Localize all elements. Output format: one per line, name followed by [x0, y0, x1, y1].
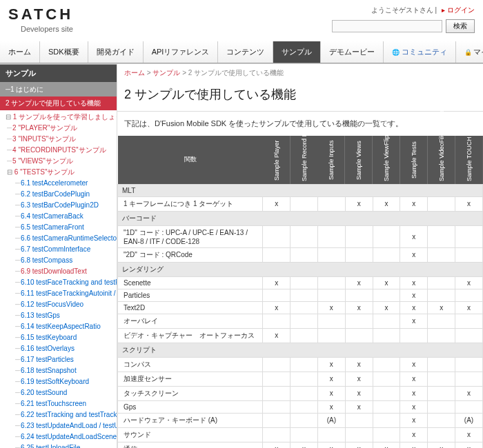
table-row: Scenettexxxxx [118, 276, 483, 289]
nav-item[interactable]: ホーム [0, 41, 40, 63]
cell [290, 225, 318, 247]
tree-item[interactable]: 6.8 testCompass [0, 255, 117, 266]
tree-item[interactable]: 3 "INPUTS"サンプル [0, 134, 117, 145]
tree-item[interactable]: 6.17 testParticles [0, 354, 117, 365]
tree-item[interactable]: 4 "RECORDINPUTS"サンプル [0, 145, 117, 156]
cell: x [400, 196, 428, 211]
tree-item[interactable]: 6.24 testUpdateAndLoadScene [0, 431, 117, 442]
cell: x [400, 247, 428, 262]
cell: x [400, 314, 428, 328]
cell [263, 400, 290, 413]
nav-item[interactable]: コミュニティ [384, 41, 456, 63]
nav-item[interactable]: デモムービー [321, 41, 384, 63]
page-title: 2 サンプルで使用している機能 [117, 82, 483, 112]
tree-item[interactable]: 6.25 testUploadFile [0, 442, 117, 448]
breadcrumb-home[interactable]: ホーム [124, 69, 145, 77]
tree-item[interactable]: 6.14 testKeepAspectRatio [0, 321, 117, 332]
tree-item[interactable]: 1 サンプルを使って学習しましょう [0, 112, 117, 123]
search-button[interactable]: 検索 [446, 19, 475, 33]
cell [373, 289, 400, 301]
cell: x [345, 301, 373, 314]
cell [263, 427, 290, 442]
cell [263, 289, 290, 301]
nav-item[interactable]: コンテンツ [218, 41, 273, 63]
cell: x [263, 301, 290, 314]
cell [428, 357, 455, 371]
breadcrumb-page: 2 サンプルで使用している機能 [188, 69, 284, 77]
cell: x [317, 301, 345, 314]
tree-item[interactable]: 6.11 testFaceTrackingAutoinit / te [0, 288, 117, 299]
cell [373, 427, 400, 442]
table-row: MLT [118, 184, 483, 196]
tree-item[interactable]: 6.13 testGps [0, 310, 117, 321]
cell [290, 357, 318, 371]
cell: x [317, 371, 345, 386]
tree-item[interactable]: 2 "PLAYER"サンプル [0, 123, 117, 134]
tree-item[interactable]: 6.5 testCameraFront [0, 222, 117, 233]
sidebar-tree: 1 サンプルを使って学習しましょう2 "PLAYER"サンプル3 "INPUTS… [0, 110, 117, 448]
tree-item[interactable]: 6.16 testOverlays [0, 343, 117, 354]
cell: x [400, 225, 428, 247]
row-label: タッチスクリーン [118, 386, 263, 400]
table-row: 加速度センサーxxx [118, 371, 483, 386]
row-label: Particles [118, 289, 263, 301]
tree-item[interactable]: 6.22 testTracking and testTrackin [0, 409, 117, 420]
cell [455, 247, 483, 262]
cell [290, 371, 318, 386]
tree-item[interactable]: 6.6 testCameraRuntimeSelector [0, 233, 117, 244]
cell [428, 225, 455, 247]
cell [455, 357, 483, 371]
cell: x [455, 196, 483, 211]
tree-item[interactable]: 6.12 testFocusVideo [0, 299, 117, 310]
tree-item[interactable]: 6 "TESTS"サンプル [0, 167, 117, 178]
tree-item[interactable]: 6.4 testCameraBack [0, 211, 117, 222]
cell [345, 247, 373, 262]
tree-item[interactable]: 6.18 testSnapshot [0, 365, 117, 376]
tree-item[interactable]: 6.21 testTouchscreen [0, 398, 117, 409]
row-label: Gps [118, 400, 263, 413]
tree-item[interactable]: 6.15 testKeyboard [0, 332, 117, 343]
tree-item[interactable]: 5 "VIEWS"サンプル [0, 156, 117, 167]
row-label: "1D" コード : UPC-A / UPC-E / EAN-13 / EAN-… [118, 225, 263, 247]
cell: x [263, 276, 290, 289]
cell: x [428, 301, 455, 314]
main-nav: ホームSDK概要開発ガイドAPIリファレンスコンテンツサンプルデモムービーコミュ… [0, 41, 483, 63]
cell [263, 314, 290, 328]
sidebar-intro[interactable]: ─1 はじめに [0, 83, 117, 96]
cell [317, 314, 345, 328]
cell [317, 328, 345, 343]
category-row: バーコード [118, 211, 483, 225]
search-input[interactable] [332, 20, 442, 32]
login-link[interactable]: ▸ ログイン [442, 6, 475, 14]
cell [428, 328, 455, 343]
cell: x [455, 386, 483, 400]
table-row: スクリプト [118, 343, 483, 357]
tree-item[interactable]: 6.23 testUpdateAndLoad / testUp [0, 420, 117, 431]
nav-item[interactable]: マイページ [456, 41, 483, 63]
cell [317, 247, 345, 262]
sidebar-active[interactable]: 2 サンプルで使用している機能 [0, 96, 117, 110]
nav-item[interactable]: 開発ガイド [88, 41, 144, 63]
cell [317, 225, 345, 247]
cell: x [263, 328, 290, 343]
tree-item[interactable]: 6.19 testSoftKeyboard [0, 376, 117, 387]
tree-item[interactable]: 6.10 testFaceTracking and testFac [0, 277, 117, 288]
table-row: バーコード [118, 211, 483, 225]
nav-item[interactable]: SDK概要 [40, 41, 88, 63]
cell [400, 328, 428, 343]
tree-item[interactable]: 6.1 testAccelerometer [0, 178, 117, 189]
nav-item[interactable]: サンプル [273, 41, 321, 63]
tree-item[interactable]: 6.9 testDownloadText [0, 266, 117, 277]
table-row: レンダリング [118, 262, 483, 276]
breadcrumb-cat[interactable]: サンプル [152, 69, 180, 77]
tree-item[interactable]: 6.20 testSound [0, 387, 117, 398]
tree-item[interactable]: 6.2 testBarCodePlugin [0, 189, 117, 200]
cell: x [400, 442, 428, 448]
cell: x [400, 427, 428, 442]
tree-item[interactable]: 6.3 testBarCodePlugin2D [0, 200, 117, 211]
cell: x [400, 400, 428, 413]
tree-item[interactable]: 6.7 testCommInterface [0, 244, 117, 255]
row-label: オーバレイ [118, 314, 263, 328]
cell: x [455, 301, 483, 314]
nav-item[interactable]: APIリファレンス [144, 41, 219, 63]
